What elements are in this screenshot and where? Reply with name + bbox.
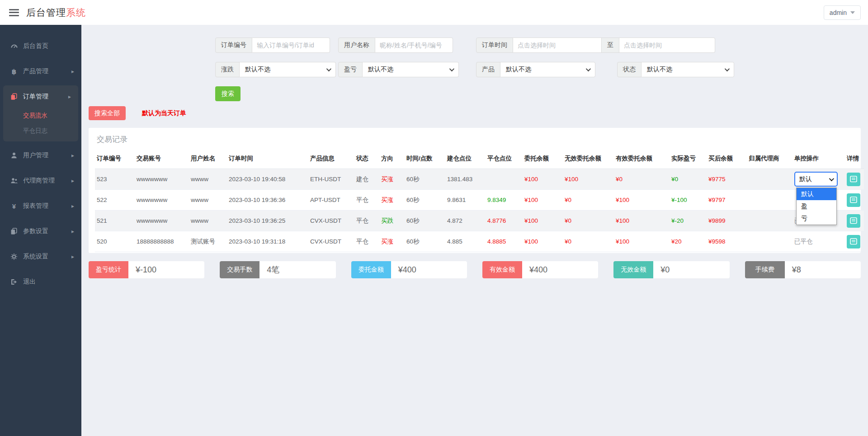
column-header: 状态: [354, 150, 379, 169]
cell: [747, 211, 793, 231]
stat-label: 交易手数: [220, 261, 259, 278]
cell: 1381.483: [445, 169, 486, 190]
cell: ¥0: [563, 211, 614, 231]
profit-label: 盈亏: [338, 62, 363, 77]
sidebar-item-label: 报表管理: [23, 202, 48, 210]
cell: 平仓: [354, 190, 379, 211]
app-title-main: 后台管理: [26, 7, 66, 18]
cell: 2023-03-10 19:40:58: [227, 169, 308, 190]
cell: 9.8631: [445, 190, 486, 211]
cell: ¥9797: [707, 190, 747, 211]
sidebar-item-params[interactable]: 参数设置▸: [0, 220, 81, 243]
end-time-input[interactable]: [619, 38, 715, 53]
cell: wwwwwww: [135, 169, 189, 190]
sidebar-item-products[interactable]: ฿产品管理▸: [0, 60, 81, 83]
cell: wwww: [189, 211, 227, 231]
hamburger-menu-icon[interactable]: [9, 9, 19, 16]
cell: 522: [95, 190, 135, 211]
stat-group: 无效金额¥0: [613, 261, 729, 278]
list-icon: [850, 197, 857, 203]
trade-records-card: 交易记录 订单编号交易账号用户姓名订单时间产品信息状态方向时间/点数建仓点位平仓…: [89, 128, 861, 253]
column-header: 实际盈亏: [670, 150, 707, 169]
column-header: 平仓点位: [486, 150, 523, 169]
sidebar-item-home[interactable]: 后台首页: [0, 35, 81, 57]
search-button[interactable]: 搜索: [215, 86, 241, 101]
cell: 平仓: [354, 231, 379, 252]
cell: ¥9775: [707, 169, 747, 190]
order-time-filter: 订单时间 至: [476, 38, 715, 53]
user-name-input[interactable]: [375, 38, 453, 53]
sidebar-item-orders[interactable]: 订单管理▸: [3, 85, 78, 108]
dashboard-icon: [9, 42, 19, 50]
cell: ¥100: [523, 211, 563, 231]
cell: ¥20: [670, 231, 707, 252]
sidebar-item-reports[interactable]: ¥报表管理▸: [0, 195, 81, 217]
sidebar-subitem-trade-flow[interactable]: 交易流水: [3, 108, 78, 123]
detail-button[interactable]: [847, 193, 860, 207]
control-dropdown-menu: 默认盈亏: [796, 188, 837, 225]
stat-label: 手续费: [745, 261, 785, 278]
trade-records-table: 订单编号交易账号用户姓名订单时间产品信息状态方向时间/点数建仓点位平仓点位委托余…: [95, 150, 864, 252]
detail-button[interactable]: [847, 214, 860, 228]
sidebar-item-label: 产品管理: [23, 67, 48, 75]
chevron-right-icon: ▸: [71, 152, 74, 159]
stat-group: 有效金额¥400: [482, 261, 598, 278]
sidebar-item-label: 后台首页: [23, 42, 48, 50]
cell: wwww: [189, 190, 227, 211]
sidebar-item-label: 参数设置: [23, 227, 48, 235]
cell: 4.872: [445, 211, 486, 231]
dropdown-option[interactable]: 盈: [797, 200, 836, 212]
cell: 60秒: [405, 211, 445, 231]
product-select[interactable]: 默认不选: [500, 62, 595, 77]
order-time-label: 订单时间: [476, 38, 513, 53]
stat-group: 交易手数4笔: [220, 261, 335, 278]
column-header: 建仓点位: [445, 150, 486, 169]
updown-select[interactable]: 默认不选: [240, 62, 336, 77]
chevron-right-icon: ▸: [71, 178, 74, 184]
stat-group: 手续费¥8: [745, 261, 861, 278]
row-control-select[interactable]: 默认: [794, 172, 838, 187]
cell: 测试账号: [189, 231, 227, 252]
sidebar-item-logout[interactable]: 退出: [0, 271, 81, 293]
filter-panel: 订单编号 用户名称 订单时间 至 涨跌 默认不选 盈亏 默认不选 产品: [89, 25, 861, 128]
admin-username: admin: [830, 9, 847, 16]
sidebar-item-agents[interactable]: 代理商管理▸: [0, 169, 81, 192]
sidebar-subitem-close-log[interactable]: 平仓日志: [3, 123, 78, 139]
dropdown-option[interactable]: 亏: [797, 212, 836, 225]
chevron-down-icon: [449, 66, 454, 71]
sidebar-item-label: 系统设置: [23, 253, 48, 261]
detail-cell: [845, 211, 864, 231]
order-no-input[interactable]: [252, 38, 330, 53]
cell: ¥100: [614, 211, 670, 231]
cell: 9.8349: [486, 190, 523, 211]
cell: ETH-USDT: [308, 169, 354, 190]
cell: wwwwwww: [135, 211, 189, 231]
detail-button[interactable]: [847, 173, 860, 186]
start-time-input[interactable]: [513, 38, 602, 53]
cell: 已平仓: [793, 231, 845, 252]
cell: 买跌: [379, 211, 405, 231]
sidebar-item-system[interactable]: 系统设置▸: [0, 245, 81, 268]
table-header-row: 订单编号交易账号用户姓名订单时间产品信息状态方向时间/点数建仓点位平仓点位委托余…: [95, 150, 864, 169]
cell: wwwwwww: [135, 190, 189, 211]
dropdown-option[interactable]: 默认: [797, 188, 836, 200]
cell: ¥0: [563, 231, 614, 252]
sidebar-item-users[interactable]: 用户管理▸: [0, 144, 81, 167]
cell: ¥100: [563, 169, 614, 190]
updown-label: 涨跌: [215, 62, 240, 77]
app-title-accent: 系统: [66, 7, 86, 18]
user-name-label: 用户名称: [338, 38, 375, 53]
cell: APT-USDT: [308, 190, 354, 211]
profit-select[interactable]: 默认不选: [363, 62, 459, 77]
cell: ¥100: [523, 190, 563, 211]
cell: 520: [95, 231, 135, 252]
status-select[interactable]: 默认不选: [642, 62, 734, 77]
cell: [747, 190, 793, 211]
detail-button[interactable]: [847, 235, 860, 248]
cell: [747, 169, 793, 190]
sidebar-item-label: 退出: [23, 278, 36, 286]
cell: 521: [95, 211, 135, 231]
admin-dropdown-button[interactable]: admin: [824, 5, 861, 20]
search-all-button[interactable]: 搜索全部: [89, 106, 126, 120]
chevron-down-icon: [586, 66, 591, 71]
